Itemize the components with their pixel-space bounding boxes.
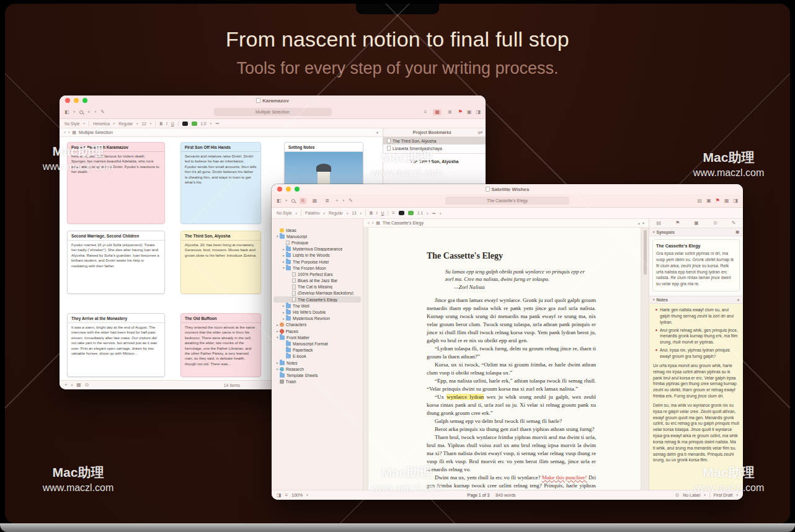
zoom-level[interactable]: 100% — [291, 493, 303, 497]
chevron-down-icon[interactable]: ▾ — [481, 131, 482, 134]
font-weight-select[interactable]: Regular — [118, 122, 133, 126]
view-text-icon[interactable]: ≡ — [300, 198, 306, 204]
font-size-select[interactable]: 13 — [352, 211, 356, 215]
compose-icon[interactable]: ✎ — [349, 198, 353, 203]
disclosure-triangle-icon[interactable]: ▾ — [653, 298, 655, 301]
binder-toggle-icon[interactable]: ◧ — [277, 198, 282, 203]
disclosure-triangle-icon[interactable] — [275, 234, 280, 238]
binder-item[interactable]: The Cassette's Elegy — [273, 296, 361, 303]
index-card[interactable]: First Son Off His Hands Servants and rel… — [180, 142, 261, 224]
search-icon[interactable] — [291, 199, 295, 203]
disclosure-triangle-icon[interactable] — [282, 266, 286, 270]
inspector-toggle-icon[interactable]: ◨ — [476, 110, 481, 115]
binder-item[interactable]: The Porpoise Hotel — [273, 259, 361, 265]
quick-reference-icon[interactable]: ▤ — [698, 198, 703, 203]
binder-item[interactable]: Mysterious Disappearance — [273, 246, 361, 252]
view-corkboard-icon[interactable]: ▦ — [433, 109, 442, 115]
view-outline-icon[interactable]: ≣ — [323, 198, 331, 204]
notes-tab-icon[interactable]: ▤ — [657, 221, 662, 226]
compose-icon[interactable]: ✎ — [100, 110, 105, 115]
binder-item[interactable]: Characters — [273, 322, 361, 328]
bold-button[interactable]: B — [159, 122, 162, 126]
search-icon[interactable] — [79, 110, 83, 114]
status-select[interactable]: First Draft — [714, 493, 733, 497]
binder-item[interactable]: Ideas — [273, 227, 361, 233]
binder-item[interactable]: Paperback — [273, 347, 361, 353]
disclosure-triangle-icon[interactable] — [275, 361, 280, 365]
binder-item[interactable]: 100% Perfect Ears — [273, 271, 361, 277]
typewriter-mode-icon[interactable]: ≡ — [285, 493, 288, 498]
back-icon[interactable]: ‹ — [368, 221, 370, 226]
view-corkboard-icon[interactable]: ▦ — [311, 198, 319, 204]
inline-annotation[interactable]: Make this punchier! — [542, 474, 587, 481]
binder-item[interactable]: Notes — [273, 360, 361, 366]
view-outline-icon[interactable]: ≣ — [446, 109, 454, 115]
binder-item[interactable]: Blues at the Jazz Bar — [273, 278, 361, 284]
binder-item[interactable]: E-book — [273, 353, 361, 360]
font-size-select[interactable]: 12 — [142, 122, 146, 126]
chevron-down-icon[interactable]: ▾ — [736, 494, 738, 497]
synopsis-view-icon[interactable]: ▦ — [735, 230, 739, 234]
editor-scrollbar[interactable] — [644, 230, 647, 275]
font-weight-select[interactable]: Regular — [329, 211, 343, 215]
add-item-icon[interactable]: + — [335, 198, 339, 203]
binder-item[interactable]: (Develop Marriage Backstory) — [273, 290, 361, 296]
chevron-down-icon[interactable]: ▾ — [286, 199, 288, 202]
chevron-down-icon[interactable]: ▾ — [74, 110, 76, 113]
index-card[interactable]: The Old Buffoon They entered the room al… — [180, 313, 261, 377]
split-view-icon[interactable]: ▾ — [376, 131, 378, 135]
bookmark-item[interactable]: Lizaveta Smerdyashchaya — [383, 144, 486, 152]
disclosure-triangle-icon[interactable] — [282, 311, 286, 314]
binder-item[interactable]: The Well — [273, 303, 361, 309]
binder-item[interactable]: The Cat is Missing — [273, 284, 361, 290]
list-format-icon[interactable]: ≔ — [432, 211, 437, 216]
editor-page[interactable]: The Cassette's Elegy Su lamax epp teng g… — [368, 228, 641, 490]
notes-section-header[interactable]: ▾ Notes ▾ — [649, 296, 743, 304]
text-color-swatch[interactable] — [182, 122, 188, 126]
disclosure-triangle-icon[interactable] — [282, 254, 286, 257]
synopsis-section-header[interactable]: ▾ Synopsis ▦ — [649, 228, 743, 236]
inspector-toggle-icon[interactable]: ◨ — [733, 198, 738, 203]
disclosure-triangle-icon[interactable] — [282, 317, 286, 321]
binder-item[interactable]: Prologue — [273, 239, 361, 246]
add-chevron-icon[interactable]: ▾ — [343, 199, 345, 202]
binder-item[interactable]: Lights in the Woods — [273, 252, 361, 259]
bookmark-icon[interactable]: ⚑ — [716, 198, 720, 203]
alignment-icon[interactable]: ≡ — [392, 211, 395, 216]
view-text-icon[interactable]: ≡ — [422, 109, 429, 115]
chevron-down-icon[interactable]: ▾ — [306, 494, 308, 497]
text-color-swatch[interactable] — [399, 211, 404, 215]
disclosure-triangle-icon[interactable] — [282, 247, 286, 251]
italic-button[interactable]: I — [376, 211, 378, 215]
synopsis-card[interactable]: The Cassette's Elegy Gra irpsa velar ozl… — [652, 239, 740, 291]
toolbar-document-pill[interactable]: Multiple Selection — [214, 108, 332, 116]
binder-item[interactable]: Mysterious Reunion — [273, 316, 361, 322]
add-item-icon[interactable]: + — [87, 110, 91, 115]
label-select[interactable]: No Label — [683, 493, 700, 497]
highlight-color-swatch[interactable] — [408, 211, 414, 215]
binder-item[interactable]: Trash — [273, 379, 361, 385]
metadata-icon[interactable]: ▣ — [467, 110, 472, 115]
document-notes[interactable]: Harle gen nalista ewayf clum su, arul ga… — [649, 304, 743, 490]
highlight-color-swatch[interactable] — [192, 122, 197, 126]
media-icon[interactable]: ▦ — [724, 198, 729, 203]
bookmark-item[interactable]: The Third Son, Alyosha — [383, 137, 486, 144]
disclosure-triangle-icon[interactable] — [275, 367, 280, 371]
binder-item[interactable]: His Wife's Double — [273, 309, 361, 315]
previous-document-icon[interactable]: ▴ — [638, 221, 640, 225]
toolbar-document-pill[interactable]: The Cassette's Elegy — [445, 197, 569, 205]
forward-icon[interactable]: › — [68, 130, 70, 135]
binder-item[interactable]: Template Sheets — [273, 372, 361, 378]
metadata-tab-icon[interactable]: ▣ — [694, 221, 699, 226]
underline-button[interactable]: U — [171, 122, 174, 126]
index-card[interactable]: Second Marriage, Second Children Fyodor … — [67, 231, 165, 294]
index-card[interactable]: They Arrive at the Monastery It was a wa… — [67, 313, 165, 377]
binder-item[interactable]: Places — [273, 328, 361, 334]
disclosure-triangle-icon[interactable] — [275, 335, 280, 339]
comments-tab-icon[interactable]: ✎ — [732, 221, 736, 226]
binder-item[interactable]: Manuscript Format — [273, 340, 361, 347]
disclosure-triangle-icon[interactable] — [282, 304, 286, 308]
index-card[interactable]: Fyodor Pavlovich Karamazov Intro to Fyod… — [67, 142, 165, 224]
add-document-icon[interactable]: + — [64, 383, 68, 388]
style-select[interactable]: No Style — [277, 211, 292, 215]
